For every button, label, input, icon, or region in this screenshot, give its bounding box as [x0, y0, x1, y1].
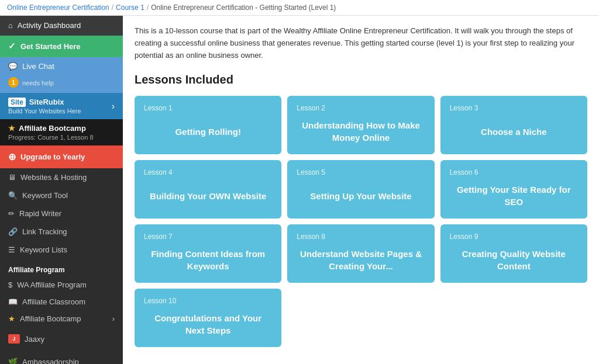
lesson-card-8[interactable]: Lesson 8Understand Website Pages & Creat… — [287, 224, 434, 283]
bootcamp-label: Affiliate Bootcamp — [19, 124, 86, 133]
websites-icon: 🖥 — [8, 173, 16, 182]
check-icon: ✓ — [8, 41, 16, 51]
sidebar-label-get-started: Get Started Here — [20, 42, 81, 51]
jaaxy-icon: J — [8, 334, 20, 344]
lesson-card-9[interactable]: Lesson 9Creating Quality Website Content — [440, 224, 587, 283]
book-icon: 📖 — [8, 297, 18, 306]
main-content: This is a 10-lesson course that is part … — [123, 16, 599, 364]
sidebar-label-dashboard: Activity Dashboard — [18, 21, 81, 30]
breadcrumb-link-1[interactable]: Online Entrepreneur Certification — [7, 4, 109, 12]
sidebar-label-ambassadorship: Ambassadorship — [22, 358, 79, 364]
sidebar-item-rapid-writer[interactable]: ✏ Rapid Writer — [0, 204, 123, 223]
chevron2-icon: › — [112, 314, 115, 323]
breadcrumb-sep-2: / — [147, 4, 149, 12]
lesson-title-8: Understand Website Pages & Creating Your… — [297, 245, 425, 275]
dollar-icon: $ — [8, 280, 12, 289]
breadcrumb: Online Entrepreneur Certification / Cour… — [0, 0, 599, 16]
chat-badge: 1 — [8, 77, 19, 88]
chevron-icon — [112, 101, 115, 112]
sidebar-item-keyword-tool[interactable]: 🔍 Keyword Tool — [0, 186, 123, 204]
sidebar-label-bootcamp-link: Affiliate Bootcamp — [20, 314, 81, 323]
lesson-label-8: Lesson 8 — [297, 233, 425, 241]
sidebar-label-affiliate-classroom: Affiliate Classroom — [22, 297, 85, 306]
lesson-title-10: Congratulations and Your Next Steps — [144, 310, 272, 339]
lesson-card-3[interactable]: Lesson 3Choose a Niche — [440, 96, 587, 154]
sidebar-label-keyword-lists: Keyword Lists — [20, 245, 67, 254]
lesson-label-4: Lesson 4 — [144, 168, 272, 176]
breadcrumb-sep-1: / — [112, 4, 113, 12]
lesson-card-5[interactable]: Lesson 5Setting Up Your Website — [287, 160, 434, 219]
sidebar-label-link-tracking: Link Tracking — [22, 227, 67, 236]
sidebar-label-wa-affiliate: WA Affiliate Program — [17, 280, 87, 289]
upgrade-label: Upgrade to Yearly — [20, 152, 85, 161]
star-icon: ★ — [8, 124, 15, 133]
lesson-label-2: Lesson 2 — [297, 104, 425, 112]
sidebar: ⌂ Activity Dashboard ✓ Get Started Here … — [0, 16, 123, 364]
site-rubix-sub-label: Build Your Websites Here — [8, 108, 81, 115]
list-icon: ☰ — [8, 245, 15, 254]
lesson-label-10: Lesson 10 — [144, 297, 272, 305]
breadcrumb-current: Online Entrepreneur Certification - Gett… — [151, 4, 336, 12]
lesson-label-7: Lesson 7 — [144, 233, 272, 241]
sidebar-label-jaaxy: Jaaxy — [25, 335, 44, 344]
lesson-title-3: Choose a Niche — [450, 117, 578, 146]
sidebar-item-live-chat[interactable]: 💬 Live Chat 1 needs help — [0, 57, 123, 93]
site-rubix-label: Site SiteRubix — [8, 98, 64, 106]
sidebar-item-affiliate-classroom[interactable]: 📖 Affiliate Classroom — [0, 293, 123, 310]
sidebar-item-link-tracking[interactable]: 🔗 Link Tracking — [0, 223, 123, 241]
chat-sub-label: needs help — [22, 79, 54, 86]
upgrade-icon: ⊕ — [8, 151, 16, 162]
sidebar-item-keyword-lists[interactable]: ☰ Keyword Lists — [0, 241, 123, 259]
lesson-card-6[interactable]: Lesson 6Getting Your Site Ready for SEO — [440, 160, 587, 219]
sidebar-item-affiliate-bootcamp-link[interactable]: ★ Affiliate Bootcamp › — [0, 310, 123, 327]
lesson-card-1[interactable]: Lesson 1Getting Rolling! — [135, 96, 281, 154]
lesson-title-1: Getting Rolling! — [144, 117, 272, 146]
sidebar-item-ambassadorship[interactable]: 🌿 Ambassadorship — [0, 351, 123, 364]
bootcamp-progress: Progress: Course 1, Lesson 8 — [8, 134, 115, 141]
course-description: This is a 10-lesson course that is part … — [135, 25, 587, 61]
sidebar-item-websites-hosting[interactable]: 🖥 Websites & Hosting — [0, 168, 123, 186]
lesson-label-1: Lesson 1 — [144, 104, 272, 112]
lesson-title-6: Getting Your Site Ready for SEO — [450, 181, 578, 210]
search-icon: 🔍 — [8, 191, 18, 200]
lesson-card-2[interactable]: Lesson 2Understanding How to Make Money … — [287, 96, 434, 154]
sidebar-label-live-chat: Live Chat — [22, 62, 54, 71]
sidebar-item-get-started[interactable]: ✓ Get Started Here — [0, 36, 123, 57]
lesson-label-6: Lesson 6 — [450, 168, 578, 176]
sidebar-label-keyword-tool: Keyword Tool — [22, 191, 68, 200]
sidebar-item-site-rubix[interactable]: Site SiteRubix Build Your Websites Here — [0, 93, 123, 119]
sidebar-item-jaaxy[interactable]: J Jaaxy — [0, 327, 123, 351]
sidebar-item-wa-affiliate[interactable]: $ WA Affiliate Program — [0, 276, 123, 293]
lesson-card-7[interactable]: Lesson 7Finding Content Ideas from Keywo… — [135, 224, 281, 283]
sidebar-item-affiliate-bootcamp-header[interactable]: ★ Affiliate Bootcamp Progress: Course 1,… — [0, 119, 123, 145]
pencil-icon: ✏ — [8, 209, 15, 218]
lesson-card-4[interactable]: Lesson 4Building Your OWN Website — [135, 160, 281, 219]
lesson-label-5: Lesson 5 — [297, 168, 425, 176]
link-icon: 🔗 — [8, 227, 18, 236]
lesson-title-7: Finding Content Ideas from Keywords — [144, 245, 272, 275]
lessons-title: Lessons Included — [135, 73, 587, 86]
lessons-grid: Lesson 1Getting Rolling!Lesson 2Understa… — [135, 96, 587, 347]
home-icon: ⌂ — [8, 21, 13, 30]
lesson-title-2: Understanding How to Make Money Online — [297, 117, 425, 146]
sidebar-item-dashboard[interactable]: ⌂ Activity Dashboard — [0, 16, 123, 36]
lesson-card-10[interactable]: Lesson 10Congratulations and Your Next S… — [135, 289, 281, 347]
leaf-icon: 🌿 — [8, 358, 18, 364]
lesson-title-9: Creating Quality Website Content — [450, 245, 578, 275]
lesson-label-3: Lesson 3 — [450, 104, 578, 112]
lesson-title-4: Building Your OWN Website — [144, 181, 272, 210]
chat-icon: 💬 — [8, 62, 18, 71]
lesson-label-9: Lesson 9 — [450, 233, 578, 241]
sidebar-section-affiliate: Affiliate Program — [0, 259, 123, 276]
star2-icon: ★ — [8, 314, 15, 323]
sidebar-upgrade-button[interactable]: ⊕ Upgrade to Yearly — [0, 145, 123, 168]
breadcrumb-link-2[interactable]: Course 1 — [116, 4, 144, 12]
lesson-title-5: Setting Up Your Website — [297, 181, 425, 210]
sidebar-label-websites: Websites & Hosting — [20, 173, 87, 182]
sidebar-label-rapid-writer: Rapid Writer — [19, 209, 61, 218]
